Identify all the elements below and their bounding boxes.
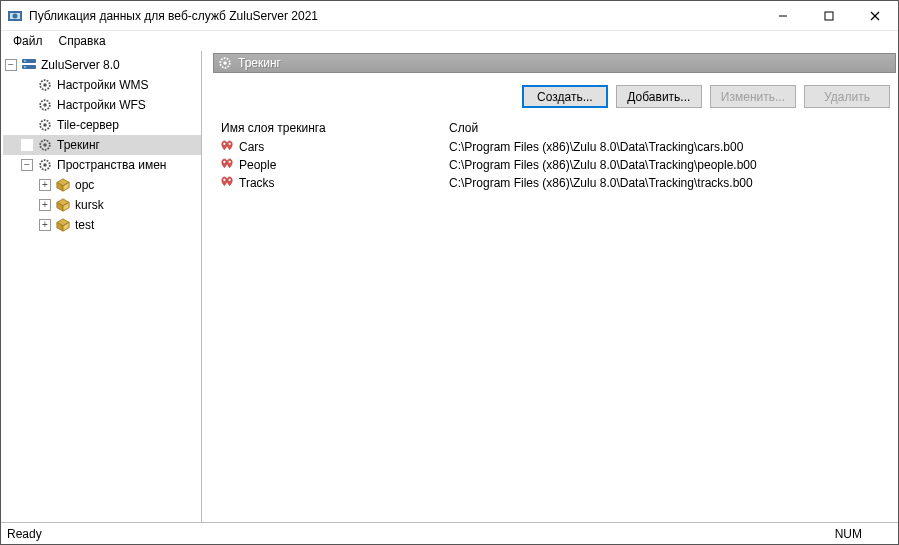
- svg-point-37: [228, 179, 230, 181]
- window-title: Публикация данных для веб-служб ZuluServ…: [29, 9, 760, 23]
- tree-label: Трекинг: [57, 138, 100, 152]
- svg-point-31: [223, 61, 227, 65]
- svg-point-9: [24, 60, 26, 62]
- cube-icon: [55, 217, 71, 233]
- menubar: Файл Справка: [1, 31, 898, 51]
- tracking-list[interactable]: Имя слоя трекинга Слой CarsC:\Program Fi…: [213, 118, 896, 522]
- column-header-name[interactable]: Имя слоя трекинга: [215, 121, 445, 135]
- tree-item-ns[interactable]: + kursk: [3, 195, 201, 215]
- server-icon: [21, 57, 37, 73]
- expand-icon[interactable]: +: [39, 219, 51, 231]
- tree-label: ZuluServer 8.0: [41, 58, 120, 72]
- tree-item-namespaces[interactable]: − Пространства имен: [3, 155, 201, 175]
- list-row[interactable]: PeopleC:\Program Files (x86)\Zulu 8.0\Da…: [213, 156, 896, 174]
- svg-point-20: [43, 163, 47, 167]
- pin-icon: [219, 139, 235, 155]
- svg-point-16: [43, 123, 47, 127]
- tree-item-wfs[interactable]: Настройки WFS: [3, 95, 201, 115]
- titlebar: Публикация данных для веб-служб ZuluServ…: [1, 1, 898, 31]
- svg-point-34: [223, 161, 225, 163]
- maximize-button[interactable]: [806, 1, 852, 30]
- statusbar: Ready NUM: [1, 522, 898, 544]
- main-panel: Трекинг Создать... Добавить... Изменить.…: [207, 51, 898, 522]
- tree-item-ns[interactable]: + opc: [3, 175, 201, 195]
- status-ready: Ready: [7, 527, 835, 541]
- gear-icon: [37, 77, 53, 93]
- row-layer: C:\Program Files (x86)\Zulu 8.0\Data\Tra…: [445, 140, 894, 154]
- add-button[interactable]: Добавить...: [616, 85, 702, 108]
- tree-item-tile[interactable]: Tile-сервер: [3, 115, 201, 135]
- list-row[interactable]: CarsC:\Program Files (x86)\Zulu 8.0\Data…: [213, 138, 896, 156]
- edit-button: Изменить...: [710, 85, 796, 108]
- svg-point-2: [13, 13, 18, 18]
- svg-point-35: [228, 161, 230, 163]
- collapse-icon[interactable]: −: [21, 159, 33, 171]
- list-row[interactable]: TracksC:\Program Files (x86)\Zulu 8.0\Da…: [213, 174, 896, 192]
- expand-icon[interactable]: +: [39, 179, 51, 191]
- svg-rect-4: [825, 12, 833, 20]
- status-num: NUM: [835, 527, 862, 541]
- menu-file[interactable]: Файл: [5, 32, 51, 50]
- app-window: Публикация данных для веб-служб ZuluServ…: [0, 0, 899, 545]
- row-layer: C:\Program Files (x86)\Zulu 8.0\Data\Tra…: [445, 158, 894, 172]
- tree-label: Пространства имен: [57, 158, 166, 172]
- gear-icon: [218, 56, 232, 70]
- svg-point-33: [228, 143, 230, 145]
- panel-title: Трекинг: [238, 56, 281, 70]
- delete-button: Удалить: [804, 85, 890, 108]
- tree-item-wms[interactable]: Настройки WMS: [3, 75, 201, 95]
- sidebar-tree[interactable]: − ZuluServer 8.0 Настройки WMS: [1, 51, 202, 522]
- tree-root[interactable]: − ZuluServer 8.0: [3, 55, 201, 75]
- pin-icon: [219, 157, 235, 173]
- gear-icon: [37, 137, 53, 153]
- tree-label: Tile-сервер: [57, 118, 119, 132]
- expand-icon[interactable]: +: [39, 199, 51, 211]
- row-name: Tracks: [239, 176, 275, 190]
- minimize-button[interactable]: [760, 1, 806, 30]
- row-name: People: [239, 158, 276, 172]
- toolbar: Создать... Добавить... Изменить... Удали…: [213, 73, 896, 118]
- panel-header: Трекинг: [213, 53, 896, 73]
- window-controls: [760, 1, 898, 30]
- tree-label: test: [75, 218, 94, 232]
- svg-point-32: [223, 143, 225, 145]
- svg-point-36: [223, 179, 225, 181]
- svg-point-12: [43, 83, 47, 87]
- gear-icon: [37, 97, 53, 113]
- tree-label: kursk: [75, 198, 104, 212]
- close-button[interactable]: [852, 1, 898, 30]
- pin-icon: [219, 175, 235, 191]
- tree-item-ns[interactable]: + test: [3, 215, 201, 235]
- gear-icon: [37, 157, 53, 173]
- row-name: Cars: [239, 140, 264, 154]
- gear-icon: [37, 117, 53, 133]
- cube-icon: [55, 197, 71, 213]
- list-body: CarsC:\Program Files (x86)\Zulu 8.0\Data…: [213, 138, 896, 522]
- svg-point-14: [43, 103, 47, 107]
- tree-label: Настройки WFS: [57, 98, 146, 112]
- svg-point-10: [24, 66, 26, 68]
- row-layer: C:\Program Files (x86)\Zulu 8.0\Data\Tra…: [445, 176, 894, 190]
- svg-point-18: [43, 143, 47, 147]
- app-icon: [7, 8, 23, 24]
- tree-item-tracking[interactable]: Трекинг: [3, 135, 201, 155]
- tree-label: opc: [75, 178, 94, 192]
- menu-help[interactable]: Справка: [51, 32, 114, 50]
- tree-label: Настройки WMS: [57, 78, 149, 92]
- body: − ZuluServer 8.0 Настройки WMS: [1, 51, 898, 522]
- column-header-layer[interactable]: Слой: [445, 121, 894, 135]
- list-header-row: Имя слоя трекинга Слой: [213, 118, 896, 138]
- cube-icon: [55, 177, 71, 193]
- create-button[interactable]: Создать...: [522, 85, 608, 108]
- collapse-icon[interactable]: −: [5, 59, 17, 71]
